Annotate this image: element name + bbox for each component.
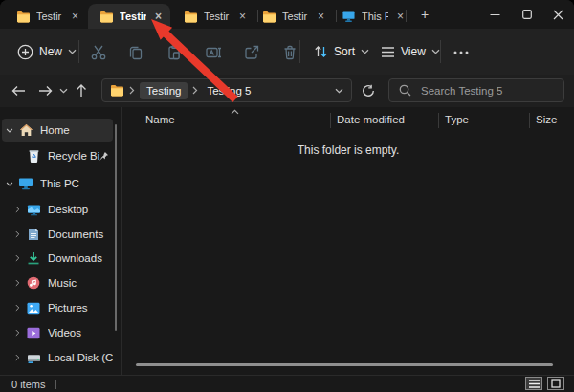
cut-button[interactable] — [83, 42, 114, 63]
sidebar-item-label: Videos — [48, 327, 113, 338]
search-input[interactable] — [419, 84, 570, 98]
status-divider — [55, 380, 56, 389]
delete-button[interactable] — [275, 42, 305, 63]
tab-testing-4[interactable]: Testir × — [251, 4, 333, 29]
tab-label: Testir — [204, 11, 231, 22]
column-divider[interactable] — [438, 113, 439, 128]
breadcrumb-segment-testing[interactable]: Testing — [140, 82, 188, 99]
tab-label: This P — [362, 11, 388, 22]
sidebar-item-label: Recycle Bin — [48, 150, 99, 162]
sidebar-item-label: Downloads — [48, 252, 113, 264]
sidebar-item-desktop[interactable]: Desktop — [2, 198, 113, 221]
plus-circle-icon — [17, 44, 33, 60]
sidebar-item-local-disk-c[interactable]: Local Disk (C:) — [2, 346, 113, 369]
desktop-icon — [25, 204, 42, 216]
rename-button[interactable] — [198, 42, 229, 63]
tab-close-icon[interactable]: × — [152, 10, 165, 23]
folder-icon — [16, 11, 31, 23]
documents-icon — [25, 228, 42, 241]
up-button[interactable] — [71, 81, 92, 100]
tab-this-pc[interactable]: This P × — [330, 4, 412, 29]
column-header-size[interactable]: Size — [536, 114, 557, 125]
sidebar-item-recycle-bin[interactable]: Recycle Bin — [2, 144, 113, 167]
forward-icon — [38, 85, 53, 97]
large-icons-view-button[interactable] — [547, 377, 564, 390]
items-count: 0 items — [11, 379, 45, 390]
chevron-right-icon[interactable] — [10, 254, 25, 262]
sort-button[interactable]: Sort — [306, 36, 377, 67]
chevron-right-icon[interactable] — [10, 329, 25, 337]
minimize-button[interactable] — [478, 0, 511, 29]
delete-icon — [281, 44, 298, 61]
new-button-label: New — [39, 45, 62, 58]
close-window-button[interactable] — [541, 0, 574, 29]
chevron-right-icon[interactable] — [10, 304, 25, 312]
tab-label: Testir — [282, 11, 309, 22]
toolbar-separator — [299, 40, 300, 63]
more-icon — [453, 51, 469, 54]
horizontal-scrollbar[interactable] — [136, 363, 553, 366]
recent-locations-button[interactable] — [55, 81, 71, 100]
address-dropdown-chevron-icon[interactable] — [335, 88, 343, 94]
close-icon — [553, 10, 563, 20]
breadcrumb[interactable]: Testing Testing 5 — [101, 78, 352, 102]
column-divider[interactable] — [529, 113, 530, 128]
chevron-right-icon — [129, 86, 135, 95]
large-icons-view-icon — [551, 379, 561, 388]
paste-icon — [166, 44, 183, 61]
chevron-right-icon[interactable] — [10, 354, 25, 361]
chevron-right-icon[interactable] — [10, 230, 25, 238]
back-button[interactable] — [8, 81, 29, 100]
column-divider[interactable] — [330, 113, 331, 128]
chevron-down-icon[interactable] — [2, 182, 17, 186]
sidebar-item-videos[interactable]: Videos — [2, 321, 113, 344]
videos-icon — [25, 327, 42, 339]
column-header-type[interactable]: Type — [445, 114, 469, 125]
sidebar-item-downloads[interactable]: Downloads — [2, 247, 113, 270]
recycle-bin-icon — [25, 149, 42, 163]
chevron-down-icon[interactable] — [2, 128, 17, 133]
sidebar-item-music[interactable]: Music — [2, 272, 113, 294]
tab-testing-3[interactable]: Testir × — [172, 4, 254, 29]
refresh-icon — [362, 84, 375, 98]
file-explorer-window: Testir × Testir × Testir × Testir × This… — [0, 0, 574, 392]
new-button[interactable]: New — [10, 36, 84, 67]
sidebar-item-documents[interactable]: Documents — [2, 223, 113, 246]
maximize-button[interactable] — [511, 0, 543, 29]
new-tab-button[interactable]: + — [415, 7, 434, 24]
share-button[interactable] — [236, 42, 267, 63]
up-icon — [76, 84, 87, 98]
breadcrumb-segment-testing-5[interactable]: Testing 5 — [203, 85, 254, 97]
refresh-button[interactable] — [358, 81, 379, 100]
more-options-button[interactable] — [446, 42, 476, 63]
tab-testing-2-active[interactable]: Testir × — [88, 4, 170, 29]
sidebar-scrollbar[interactable] — [115, 124, 117, 331]
sidebar-item-label: This PC — [40, 178, 113, 189]
chevron-right-icon — [192, 86, 198, 95]
sidebar-item-this-pc[interactable]: This PC — [2, 172, 113, 195]
column-header-date-modified[interactable]: Date modified — [337, 114, 405, 125]
music-icon — [25, 276, 42, 290]
forward-button[interactable] — [34, 81, 55, 100]
tab-close-icon[interactable]: × — [315, 10, 327, 23]
sort-ascending-icon — [231, 109, 239, 115]
toolbar-separator — [78, 40, 79, 63]
sidebar-item-home[interactable]: Home — [2, 119, 113, 142]
tab-close-icon[interactable]: × — [69, 10, 81, 23]
folder-icon — [262, 11, 276, 23]
paste-button[interactable] — [159, 42, 189, 63]
sidebar-item-pictures[interactable]: Pictures — [2, 296, 113, 319]
column-header-name[interactable]: Name — [145, 114, 175, 125]
view-button[interactable]: View — [373, 36, 448, 67]
tab-testing-1[interactable]: Testir × — [5, 4, 87, 29]
chevron-right-icon[interactable] — [10, 279, 25, 287]
search-box[interactable] — [388, 78, 564, 102]
chevron-right-icon[interactable] — [10, 206, 25, 213]
tab-close-icon[interactable]: × — [236, 10, 249, 23]
copy-button[interactable] — [121, 42, 151, 63]
details-view-button[interactable] — [525, 377, 542, 390]
folder-icon — [110, 84, 124, 97]
details-view-icon — [529, 380, 540, 388]
share-icon — [243, 44, 260, 61]
chevron-down-icon — [59, 88, 68, 94]
